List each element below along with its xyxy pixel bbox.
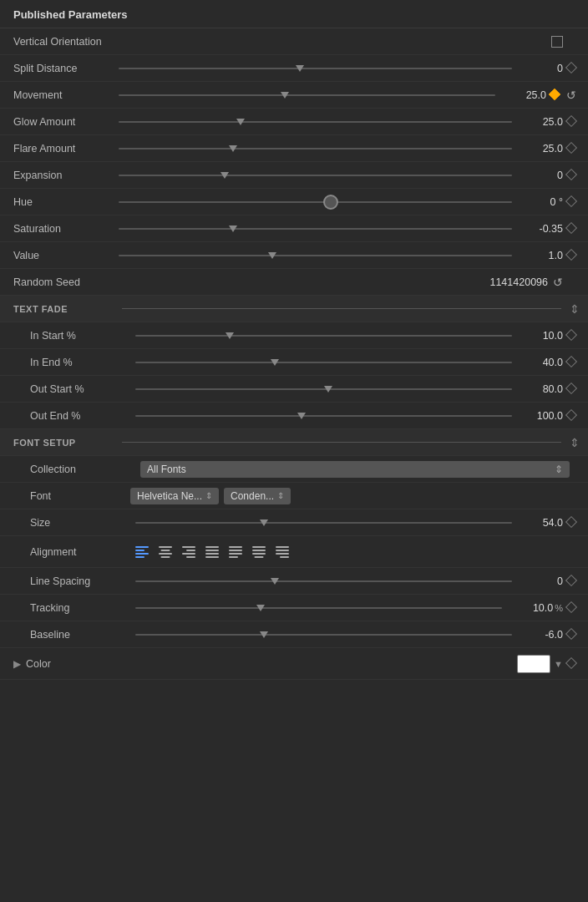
svg-rect-9 — [186, 550, 195, 551]
flare-amount-slider[interactable] — [119, 148, 512, 149]
in-start-diamond-icon[interactable] — [563, 331, 580, 341]
align-right-button[interactable] — [177, 542, 200, 562]
tracking-diamond-icon[interactable] — [563, 603, 580, 613]
value-value: 1.0 — [517, 250, 563, 261]
random-seed-value: 1141420096 — [489, 276, 548, 288]
hue-diamond-icon[interactable] — [563, 197, 580, 207]
font-family-button[interactable]: Helvetica Ne... ⇕ — [130, 488, 219, 504]
color-expand-arrow-icon[interactable]: ▶ — [13, 658, 21, 670]
collection-row: Collection All Fonts ⇕ — [0, 456, 588, 483]
saturation-diamond-icon[interactable] — [563, 224, 580, 234]
out-end-diamond-icon[interactable] — [563, 411, 580, 421]
baseline-slider[interactable] — [135, 634, 512, 636]
random-seed-refresh-icon[interactable]: ↺ — [553, 276, 563, 289]
svg-rect-2 — [135, 553, 149, 555]
out-start-diamond-icon[interactable] — [563, 384, 580, 394]
flare-amount-label: Flare Amount — [13, 143, 114, 155]
font-style-button[interactable]: Conden... ⇕ — [224, 488, 291, 504]
tracking-slider[interactable] — [135, 607, 502, 609]
value-label: Value — [13, 250, 114, 261]
alignment-row: Alignment — [0, 536, 588, 568]
split-distance-slider[interactable] — [119, 68, 512, 69]
color-swatch[interactable] — [517, 655, 550, 673]
size-value: 54.0 — [517, 517, 563, 529]
saturation-label: Saturation — [13, 223, 114, 235]
expansion-label: Expansion — [13, 170, 114, 181]
svg-rect-23 — [255, 556, 264, 558]
svg-rect-0 — [135, 546, 149, 548]
vertical-orientation-checkbox[interactable] — [551, 36, 563, 48]
split-distance-row: Split Distance 0 — [0, 55, 588, 82]
random-seed-label: Random Seed — [13, 276, 114, 288]
text-fade-section-header[interactable]: TEXT FADE ⇕ — [0, 296, 588, 322]
baseline-diamond-icon[interactable] — [563, 630, 580, 640]
text-fade-chevron-icon[interactable]: ⇕ — [570, 302, 580, 316]
hue-slider[interactable] — [119, 201, 512, 203]
out-end-slider[interactable] — [135, 415, 512, 417]
in-start-row: In Start % 10.0 — [0, 322, 588, 349]
align-justify-button[interactable] — [200, 542, 224, 562]
split-distance-diamond-icon[interactable] — [563, 63, 580, 73]
expansion-value: 0 — [517, 170, 563, 181]
svg-rect-5 — [161, 550, 170, 551]
size-diamond-icon[interactable] — [563, 518, 580, 528]
in-end-slider[interactable] — [135, 362, 512, 363]
baseline-value: -6.0 — [517, 629, 563, 641]
color-label: Color — [26, 658, 126, 670]
size-slider[interactable] — [135, 522, 512, 524]
font-setup-divider — [122, 442, 561, 443]
glow-amount-diamond-icon[interactable] — [563, 117, 580, 127]
tracking-value: 10.0 — [507, 602, 553, 614]
value-slider[interactable] — [119, 255, 512, 256]
line-spacing-diamond-icon[interactable] — [563, 576, 580, 586]
in-end-row: In End % 40.0 — [0, 349, 588, 376]
size-label: Size — [30, 517, 130, 529]
flare-amount-diamond-icon[interactable] — [563, 144, 580, 154]
align-left-button[interactable] — [130, 542, 154, 562]
align-justify-left-button[interactable] — [224, 542, 247, 562]
svg-rect-16 — [229, 546, 242, 548]
svg-rect-10 — [182, 553, 195, 555]
saturation-slider[interactable] — [119, 228, 512, 230]
svg-rect-26 — [276, 553, 289, 555]
color-diamond-icon[interactable] — [563, 659, 580, 669]
font-setup-chevron-icon[interactable]: ⇕ — [570, 436, 580, 449]
in-end-label: In End % — [30, 357, 130, 368]
color-dropdown-arrow-icon[interactable]: ▼ — [554, 659, 563, 669]
align-justify-right-button[interactable] — [271, 542, 294, 562]
hue-value: 0 ° — [517, 196, 563, 208]
glow-amount-row: Glow Amount 25.0 — [0, 109, 588, 135]
glow-amount-label: Glow Amount — [13, 116, 114, 128]
glow-amount-slider[interactable] — [119, 121, 512, 123]
movement-row: Movement 25.0 ↺ — [0, 82, 588, 109]
collection-dropdown[interactable]: All Fonts ⇕ — [140, 461, 570, 478]
line-spacing-label: Line Spacing — [30, 575, 130, 587]
expansion-diamond-icon[interactable] — [563, 170, 580, 180]
align-justify-center-button[interactable] — [247, 542, 271, 562]
movement-keyframe-icon[interactable] — [546, 90, 563, 100]
line-spacing-slider[interactable] — [135, 580, 512, 582]
svg-rect-8 — [182, 546, 195, 548]
movement-slider[interactable] — [119, 94, 495, 96]
out-start-row: Out Start % 80.0 — [0, 376, 588, 403]
hue-label: Hue — [13, 196, 114, 208]
value-diamond-icon[interactable] — [563, 251, 580, 261]
movement-undo-icon[interactable]: ↺ — [563, 89, 580, 102]
saturation-row: Saturation -0.35 — [0, 215, 588, 242]
in-start-slider[interactable] — [135, 335, 512, 337]
align-center-button[interactable] — [154, 542, 177, 562]
font-style-chevron: ⇕ — [277, 491, 284, 500]
svg-rect-13 — [205, 550, 219, 551]
vertical-orientation-checkbox-area — [114, 36, 563, 48]
in-end-diamond-icon[interactable] — [563, 357, 580, 367]
font-setup-section-header[interactable]: FONT SETUP ⇕ — [0, 429, 588, 456]
color-swatch-area[interactable]: ▼ — [517, 655, 563, 673]
out-end-label: Out End % — [30, 410, 130, 422]
in-end-value: 40.0 — [517, 357, 563, 368]
movement-value: 25.0 — [500, 89, 546, 101]
out-start-slider[interactable] — [135, 388, 512, 390]
color-row: ▶ Color ▼ — [0, 648, 588, 680]
expansion-slider[interactable] — [119, 175, 512, 176]
published-parameters-panel: Published Parameters Vertical Orientatio… — [0, 0, 588, 680]
svg-rect-7 — [161, 556, 170, 558]
